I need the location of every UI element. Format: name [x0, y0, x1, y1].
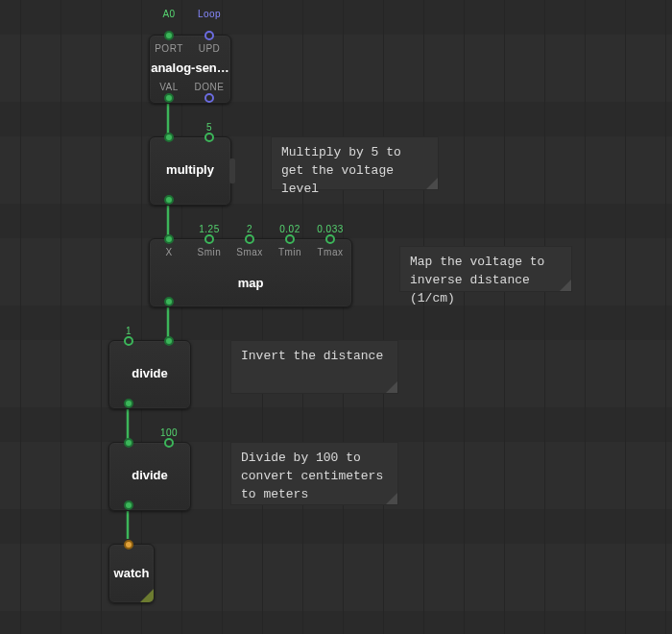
pin-top-label: 100 [160, 427, 178, 438]
comment-text: Divide by 100 to convert centimeters to … [241, 451, 383, 501]
comment-box[interactable]: Invert the distance [230, 340, 398, 394]
port-label: Tmax [318, 247, 344, 257]
port-label: Smax [236, 247, 263, 257]
output-pin[interactable] [124, 399, 133, 408]
x-input-pin[interactable] [164, 234, 174, 244]
input-b-pin[interactable] [204, 133, 214, 142]
input-a-pin[interactable] [164, 133, 174, 142]
node-title: divide [109, 366, 190, 381]
port-label: PORT [155, 43, 183, 54]
node-editor-canvas[interactable]: A0 Loop PORT UPD analog-sen… VAL DONE 5 … [0, 0, 672, 634]
output-pin[interactable] [124, 500, 133, 510]
node-divide-1[interactable]: 1 divide [108, 340, 191, 409]
comment-text: Multiply by 5 to get the voltage level [281, 145, 401, 196]
node-title: divide [109, 468, 190, 483]
port-label: X [165, 247, 172, 257]
variadic-handle-icon[interactable] [229, 158, 235, 183]
output-pin[interactable] [164, 195, 174, 205]
node-title: multiply [150, 162, 230, 178]
pin-top-label: 1.25 [199, 224, 219, 234]
node-analog-sensor[interactable]: A0 Loop PORT UPD analog-sen… VAL DONE [149, 35, 231, 104]
val-output-pin[interactable] [164, 93, 174, 103]
node-title: analog-sen… [150, 61, 230, 76]
pin-top-label: 1 [126, 326, 132, 336]
node-title: map [150, 276, 351, 291]
pin-top-label: 2 [247, 224, 252, 234]
pin-top-label: A0 [162, 9, 175, 19]
tmin-input-pin[interactable] [285, 234, 295, 244]
node-watch[interactable]: watch [108, 544, 155, 603]
node-multiply[interactable]: 5 multiply [149, 136, 231, 206]
node-map[interactable]: 1.25 2 0.02 0.033 X Smin Smax Tmin Tmax … [149, 238, 352, 307]
smax-input-pin[interactable] [245, 234, 254, 244]
input-b-pin[interactable] [164, 438, 174, 448]
port-label: VAL [159, 82, 179, 92]
pin-top-label: 5 [206, 122, 212, 133]
output-pin[interactable] [164, 297, 174, 306]
comment-box[interactable]: Divide by 100 to convert centimeters to … [230, 442, 398, 505]
node-title: watch [109, 566, 154, 581]
input-b-pin[interactable] [164, 336, 174, 346]
input-pin[interactable] [124, 540, 133, 549]
done-output-pin[interactable] [204, 93, 214, 103]
port-label: UPD [199, 43, 221, 54]
port-input-pin[interactable] [164, 31, 174, 40]
pin-top-label: 0.02 [279, 224, 300, 234]
tmax-input-pin[interactable] [325, 234, 335, 244]
port-label: Smin [198, 247, 222, 257]
pin-top-label: Loop [198, 9, 221, 19]
comment-text: Invert the distance [241, 349, 383, 363]
comment-box[interactable]: Map the voltage to inverse distance (1/c… [399, 246, 572, 292]
input-a-pin[interactable] [124, 336, 133, 346]
port-label: Tmin [278, 247, 301, 257]
smin-input-pin[interactable] [204, 234, 214, 244]
port-label: DONE [195, 82, 225, 92]
node-divide-2[interactable]: 100 divide [108, 442, 191, 511]
upd-input-pin[interactable] [204, 31, 214, 40]
resize-handle-icon[interactable] [140, 589, 154, 602]
input-a-pin[interactable] [124, 438, 133, 448]
comment-box[interactable]: Multiply by 5 to get the voltage level [271, 136, 439, 190]
pin-top-label: 0.033 [317, 224, 344, 234]
